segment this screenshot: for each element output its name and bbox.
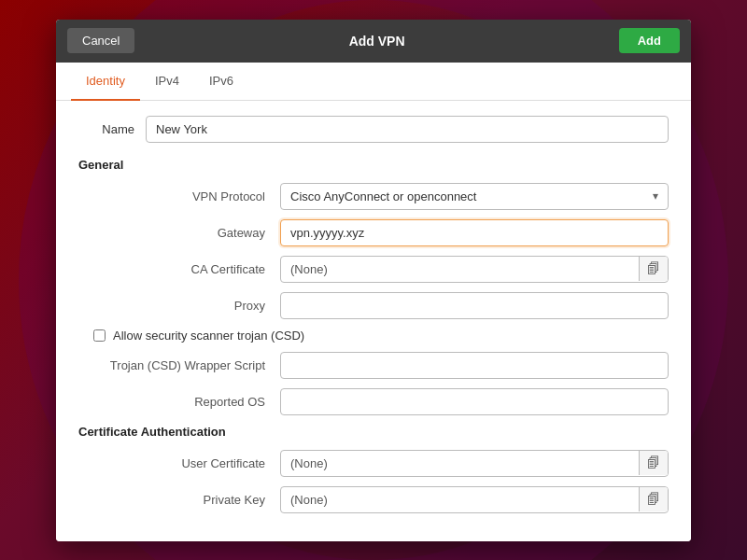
vpn-protocol-value: Cisco AnyConnect or openconnect xyxy=(290,189,476,203)
gateway-label: Gateway xyxy=(78,226,265,240)
tab-ipv4[interactable]: IPv4 xyxy=(140,63,194,101)
ca-certificate-control: (None) 🗐 xyxy=(280,256,669,283)
private-key-value: (None) xyxy=(281,487,639,512)
tab-identity[interactable]: Identity xyxy=(71,63,140,101)
user-certificate-row: User Certificate (None) 🗐 xyxy=(78,450,669,477)
trojan-wrapper-input[interactable] xyxy=(280,352,669,379)
trojan-wrapper-label: Trojan (CSD) Wrapper Script xyxy=(78,358,265,372)
cancel-button[interactable]: Cancel xyxy=(67,28,134,53)
csd-checkbox-label: Allow security scanner trojan (CSD) xyxy=(113,329,304,343)
ca-certificate-browse-button[interactable]: 🗐 xyxy=(639,257,668,281)
titlebar: Cancel Add VPN Add xyxy=(56,20,691,63)
vpn-protocol-dropdown[interactable]: Cisco AnyConnect or openconnect ▾ xyxy=(280,183,669,210)
proxy-row: Proxy xyxy=(78,292,669,319)
add-button[interactable]: Add xyxy=(619,28,680,53)
gateway-row: Gateway xyxy=(78,219,669,246)
proxy-label: Proxy xyxy=(78,299,265,313)
csd-checkbox[interactable] xyxy=(93,329,106,342)
vpn-protocol-row: VPN Protocol Cisco AnyConnect or opencon… xyxy=(78,183,669,210)
reported-os-row: Reported OS xyxy=(78,388,669,415)
name-label: Name xyxy=(78,122,134,136)
user-certificate-control: (None) 🗐 xyxy=(280,450,669,477)
proxy-input[interactable] xyxy=(280,292,669,319)
user-certificate-browse-button[interactable]: 🗐 xyxy=(639,451,668,475)
tab-ipv6[interactable]: IPv6 xyxy=(194,63,248,101)
private-key-row: Private Key (None) 🗐 xyxy=(78,486,669,513)
ca-certificate-label: CA Certificate xyxy=(78,262,265,276)
tab-bar: Identity IPv4 IPv6 xyxy=(56,63,691,101)
name-row: Name xyxy=(78,116,669,143)
user-certificate-label: User Certificate xyxy=(78,456,265,470)
cert-auth-section-title: Certificate Authentication xyxy=(78,425,669,439)
name-input[interactable] xyxy=(146,116,669,143)
private-key-label: Private Key xyxy=(78,493,265,507)
chevron-down-icon: ▾ xyxy=(653,189,658,203)
trojan-wrapper-row: Trojan (CSD) Wrapper Script xyxy=(78,352,669,379)
private-key-browse-button[interactable]: 🗐 xyxy=(639,487,668,511)
user-certificate-value: (None) xyxy=(281,451,639,476)
private-key-control: (None) 🗐 xyxy=(280,486,669,513)
add-vpn-dialog: Cancel Add VPN Add Identity IPv4 IPv6 Na… xyxy=(56,20,691,541)
ca-certificate-value: (None) xyxy=(281,257,639,282)
csd-checkbox-row: Allow security scanner trojan (CSD) xyxy=(93,329,669,343)
tab-content: Name General VPN Protocol Cisco AnyConne… xyxy=(56,101,691,541)
reported-os-input[interactable] xyxy=(280,388,669,415)
vpn-protocol-label: VPN Protocol xyxy=(78,189,265,203)
ca-certificate-row: CA Certificate (None) 🗐 xyxy=(78,256,669,283)
dialog-title: Add VPN xyxy=(349,34,405,49)
gateway-input[interactable] xyxy=(280,219,669,246)
general-section-title: General xyxy=(78,158,669,172)
reported-os-label: Reported OS xyxy=(78,395,265,409)
